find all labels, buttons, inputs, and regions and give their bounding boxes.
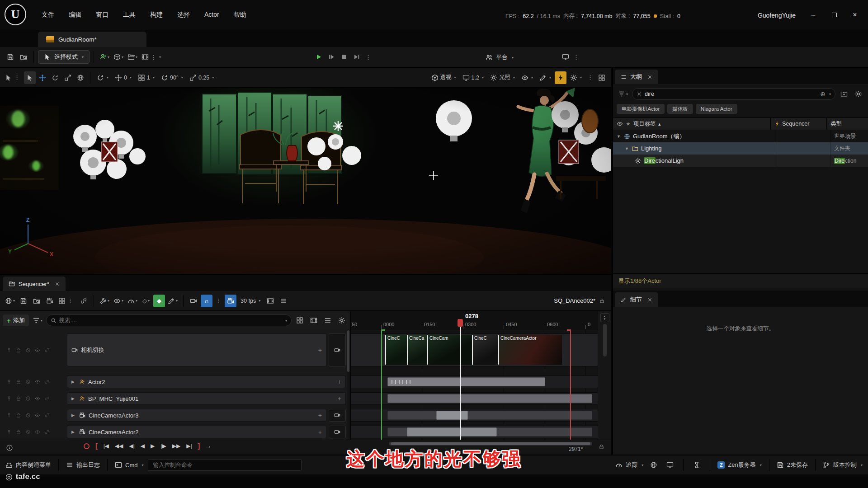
camera-lock-toggle[interactable]: [329, 409, 346, 422]
track-row-cinecamera3[interactable]: ▶ CineCameraActor3 +: [0, 409, 346, 422]
sequencer-tab[interactable]: Sequencer*: [3, 277, 66, 291]
track-list-scrollbar[interactable]: [347, 329, 350, 440]
actor2-section-bar[interactable]: [387, 377, 545, 386]
lock-icon[interactable]: [599, 298, 605, 304]
track-name-cell[interactable]: ▶ CineCameraActor3 +: [67, 409, 326, 422]
skip-to-end-button[interactable]: [351, 51, 363, 63]
sequencer-view-options-button[interactable]: ▾: [112, 295, 125, 307]
track-row-actor2[interactable]: ▶ Actor2 +: [0, 375, 346, 388]
camera-cut-clip[interactable]: CineC: [472, 335, 498, 365]
timeline-vertical-scrollbar[interactable]: ▲▼: [598, 311, 611, 440]
track-list-button[interactable]: [278, 295, 289, 307]
timeline-clips-area[interactable]: CineC CineCa CineCam CineC CineCameraAct…: [351, 329, 598, 440]
viewport-3d-scene[interactable]: Z X Y: [0, 88, 611, 274]
layout-rows-button[interactable]: [308, 314, 320, 327]
screen-percentage-dropdown[interactable]: 1.2▾: [460, 72, 486, 84]
close-icon[interactable]: [647, 297, 652, 302]
track-name-cell[interactable]: 相机切换 +: [67, 333, 326, 366]
scale-tool-button[interactable]: [62, 71, 74, 84]
outliner-search-input[interactable]: [645, 91, 817, 97]
blueprints-button[interactable]: ▾: [112, 51, 125, 63]
menu-tools[interactable]: 工具: [123, 11, 136, 19]
stop-button[interactable]: [338, 51, 350, 63]
track-filter-button[interactable]: ▾: [31, 314, 44, 327]
auto-key-button[interactable]: ◆: [153, 295, 165, 307]
trace-dropdown[interactable]: 追踪▾: [615, 461, 643, 469]
step-forward-button[interactable]: |▶: [160, 443, 166, 449]
play-reverse-button[interactable]: ◀: [141, 443, 145, 449]
outliner-tab[interactable]: 大纲: [615, 70, 658, 84]
device-options-icon[interactable]: ⋮: [571, 54, 581, 61]
sequencer-save-button[interactable]: [18, 295, 29, 307]
track-toggles[interactable]: [0, 409, 67, 422]
add-track-button[interactable]: +添加: [3, 314, 29, 326]
select-tool-button[interactable]: [24, 71, 36, 84]
menu-select[interactable]: 选择: [177, 11, 190, 19]
sequence-name[interactable]: SQ_DAnce002*: [554, 297, 595, 304]
star-icon[interactable]: ★: [626, 121, 631, 127]
lit-mode-dropdown[interactable]: 光照▾: [487, 72, 518, 84]
curve-editor-button[interactable]: [78, 295, 90, 307]
expand-collapse-icon[interactable]: ▲▼: [600, 313, 609, 322]
outliner-row-world[interactable]: ▼ GudianRoom（编） 世界场景: [613, 130, 868, 142]
render-movie-button[interactable]: ⋮: [57, 295, 76, 307]
menu-build[interactable]: 构建: [150, 11, 163, 19]
camera-lock-toggle[interactable]: [329, 426, 346, 438]
bp-section-bar[interactable]: [387, 394, 592, 403]
outliner-search-box[interactable]: ⊕ ▾: [632, 88, 835, 100]
thumbnail-toggle-button[interactable]: [264, 295, 276, 307]
sequencer-timeline[interactable]: 50 0000 0150 0300 0450 0600 0 CineC: [351, 311, 598, 440]
menu-file[interactable]: 文件: [42, 11, 54, 19]
outliner-settings-button[interactable]: [853, 88, 864, 100]
camera-cut-clip[interactable]: CineCa: [407, 335, 427, 365]
rotation-snap-button[interactable]: 90°▾: [158, 72, 186, 84]
timeline-horizontal-scrollbar[interactable]: [389, 442, 592, 446]
playhead-line[interactable]: [460, 324, 461, 440]
effects-dropdown[interactable]: ▾: [537, 72, 554, 84]
camera-lock-button[interactable]: [225, 295, 236, 307]
console-command-input[interactable]: [148, 459, 302, 471]
rotate-tool-button[interactable]: [49, 71, 61, 84]
lock-playback-range-icon[interactable]: [599, 444, 604, 450]
filter-chip-niagara[interactable]: Niagara Actor: [696, 104, 737, 114]
output-log-button[interactable]: 输出日志: [66, 461, 100, 469]
maximize-button[interactable]: [825, 8, 844, 22]
camera-lock-toggle[interactable]: [329, 333, 346, 366]
sequencer-world-button[interactable]: ▾: [4, 295, 16, 307]
save-button[interactable]: [5, 51, 16, 63]
expander-icon[interactable]: ▼: [617, 134, 621, 139]
viewport-settings-button[interactable]: ▾: [567, 72, 585, 84]
scrollbar-handle[interactable]: [391, 442, 590, 445]
range-end-bracket[interactable]: ]: [198, 442, 200, 450]
content-drawer-button[interactable]: 内容侧滑菜单: [5, 461, 51, 469]
perspective-dropdown[interactable]: 透视▾: [429, 72, 459, 84]
play-forward-button[interactable]: ▶: [151, 443, 155, 449]
keyframe-options-button[interactable]: ◇▾: [140, 295, 152, 307]
filter-chip-mediaplate[interactable]: 媒体板: [667, 104, 693, 114]
track-row-camera-cuts[interactable]: 相机切换 +: [0, 333, 346, 366]
world-local-toggle-button[interactable]: [75, 71, 86, 84]
frame-skip-button[interactable]: [326, 51, 337, 63]
move-tool-button[interactable]: [37, 71, 48, 84]
track-settings-button[interactable]: [336, 314, 348, 327]
jump-to-end-button[interactable]: ▶|: [186, 443, 192, 449]
quick-add-button[interactable]: ▾: [98, 51, 111, 63]
menu-help[interactable]: 帮助: [234, 11, 246, 19]
track-toggles[interactable]: [0, 333, 67, 366]
menu-actor[interactable]: Actor: [204, 11, 219, 19]
surface-snap-button[interactable]: ▾: [94, 72, 111, 84]
select-mode-dropdown[interactable]: 选择模式 ▾: [38, 50, 90, 64]
sequencer-browse-button[interactable]: [31, 295, 42, 307]
track-search-box[interactable]: ▾: [46, 314, 292, 326]
scale-snap-button[interactable]: 0.25▾: [187, 72, 217, 84]
add-section-icon[interactable]: +: [338, 378, 341, 385]
track-name-cell[interactable]: ▶ BP_MHC_Yujie001 +: [67, 392, 346, 405]
track-toggles[interactable]: [0, 375, 67, 388]
outliner-row-directional-light[interactable]: DirectionalLigh Direction: [613, 155, 868, 167]
outliner-filter-button[interactable]: ▾: [617, 88, 629, 100]
playback-options-button[interactable]: ▾: [126, 295, 139, 307]
clear-search-icon[interactable]: [637, 91, 642, 97]
layout-columns-button[interactable]: [294, 314, 306, 327]
insights-button[interactable]: [648, 459, 660, 471]
expander-icon[interactable]: ▶: [71, 413, 76, 418]
